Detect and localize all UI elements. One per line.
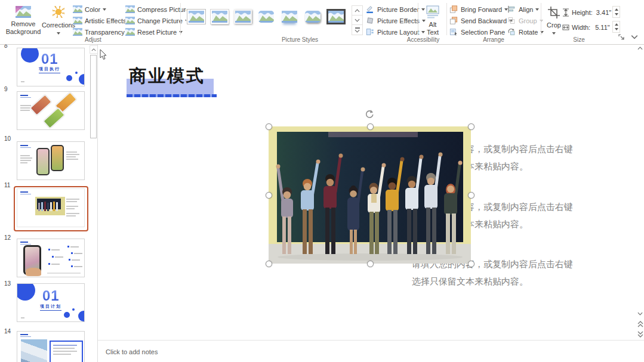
compress-pictures-button[interactable]: Compress Pictures <box>125 4 193 14</box>
chevron-down-icon <box>355 18 360 22</box>
picture-style-metal-frame[interactable] <box>326 7 346 26</box>
deco-circle <box>75 72 78 74</box>
picture-style-thumb-icon <box>187 10 205 24</box>
thumbnail-scrollbar-thumb[interactable] <box>90 55 97 138</box>
picture-style-beveled[interactable] <box>233 7 253 26</box>
double-chevron-up-icon <box>637 321 643 327</box>
resize-handle-middle-left[interactable] <box>266 192 272 199</box>
resize-handle-top-right[interactable] <box>468 123 474 130</box>
width-spinner[interactable] <box>612 21 620 33</box>
dropdown-arrow <box>552 32 556 35</box>
rotate-icon <box>507 28 516 36</box>
alt-text-icon <box>426 5 439 18</box>
spin-up-icon[interactable] <box>615 8 618 11</box>
selected-slide-border <box>14 186 88 231</box>
selected-group-photo[interactable] <box>269 126 471 264</box>
group-separator <box>180 3 181 35</box>
artistic-effects-button[interactable]: Artistic Effects <box>73 16 132 26</box>
slide-thumbnail-9[interactable] <box>17 91 85 130</box>
selection-pane-button[interactable]: Selection Pane <box>449 27 505 37</box>
chevron-up-icon <box>91 48 96 51</box>
crop-icon <box>547 6 560 19</box>
group-objects-icon <box>507 17 516 24</box>
compress-pictures-icon <box>125 5 135 13</box>
bring-forward-button[interactable]: Bring Forward <box>449 4 508 14</box>
transparency-button[interactable]: Transparency <box>73 27 131 37</box>
resize-handle-bottom-left[interactable] <box>266 261 272 267</box>
slide-thumbnail-13[interactable]: 01 项目计划 <box>17 283 85 322</box>
slide-number: 9 <box>4 86 8 92</box>
color-button[interactable]: Color <box>73 4 106 14</box>
more-bar-icon <box>355 27 360 29</box>
picture-style-thumb-icon <box>211 10 229 24</box>
slide-title[interactable]: 商业模式 <box>129 64 205 88</box>
resize-handle-top-middle[interactable] <box>367 123 374 130</box>
picture-style-simple-frame[interactable] <box>186 7 207 26</box>
slide-thumbnail-12[interactable] <box>17 239 85 277</box>
picture-layout-button[interactable]: Picture Layout <box>365 27 425 37</box>
picture-style-drop-shadow[interactable] <box>209 7 230 26</box>
slide-thumbnail-14[interactable] <box>17 331 85 362</box>
change-picture-button[interactable]: Change Picture <box>125 16 189 26</box>
picture-effects-button[interactable]: Picture Effects <box>365 16 426 26</box>
chevron-down-icon <box>637 312 643 315</box>
panel-divider[interactable] <box>97 44 98 362</box>
chevron-up-icon <box>637 47 643 50</box>
height-spinner[interactable] <box>612 6 620 18</box>
thumbnail-scroll-up-button[interactable] <box>90 45 98 54</box>
height-icon <box>562 8 569 17</box>
align-button[interactable]: Align <box>507 4 539 14</box>
scroll-down-button[interactable] <box>636 312 644 315</box>
notes-placeholder[interactable]: Click to add notes <box>106 348 158 355</box>
notes-pane-splitter[interactable] <box>98 340 644 341</box>
spin-down-icon[interactable] <box>615 13 618 16</box>
slide-thumbnail-10[interactable] <box>17 141 85 180</box>
selection-pane-icon <box>449 28 458 36</box>
accessibility-group-label: Accessibility <box>394 36 452 43</box>
spin-down-icon[interactable] <box>615 28 618 30</box>
scroll-up-button[interactable] <box>636 47 644 50</box>
hand <box>26 268 41 276</box>
resize-handle-middle-right[interactable] <box>468 192 474 199</box>
title-dashed-underline <box>127 94 217 97</box>
rotate-button[interactable]: Rotate <box>507 27 544 37</box>
dropdown-arrow <box>535 8 539 11</box>
picture-style-reflected[interactable] <box>279 7 300 26</box>
picture-style-thumb-icon <box>234 10 252 24</box>
phone-mockup <box>51 145 64 171</box>
width-value[interactable]: 5.11" <box>595 24 610 31</box>
reset-picture-icon <box>125 28 135 36</box>
size-dialog-launcher-icon[interactable] <box>618 34 625 41</box>
resize-handle-bottom-right[interactable] <box>468 261 474 267</box>
deco-circle <box>64 312 70 318</box>
group-button-disabled: Group <box>507 16 543 26</box>
gallery-more-button[interactable] <box>352 24 363 35</box>
resize-handle-bottom-middle[interactable] <box>367 261 374 267</box>
resize-handle-top-left[interactable] <box>266 123 272 130</box>
dropdown-arrow <box>179 31 183 33</box>
slide-thumbnail-8[interactable]: 01 项目执行 <box>17 48 85 86</box>
send-backward-button[interactable]: Send Backward <box>449 16 513 26</box>
spin-up-icon[interactable] <box>615 23 618 26</box>
group-separator <box>446 3 447 35</box>
collapse-ribbon-chevron-icon[interactable] <box>631 35 638 39</box>
adjust-group-label: Adjust <box>6 36 180 43</box>
picture-style-soft-edge[interactable] <box>303 7 323 26</box>
shape-width-field[interactable]: Width: 5.11" <box>562 22 610 32</box>
phone-mockup <box>29 94 53 116</box>
rotate-handle[interactable] <box>365 109 374 119</box>
height-value[interactable]: 3.41" <box>596 9 611 16</box>
picture-layout-icon <box>365 28 375 36</box>
deco-line <box>21 317 24 318</box>
deco-circle <box>79 74 85 85</box>
previous-slide-button[interactable] <box>636 321 644 327</box>
shape-height-field[interactable]: Height: 3.41" <box>562 7 611 17</box>
reset-picture-button[interactable]: Reset Picture <box>125 27 183 37</box>
thumbnail-scrollbar[interactable] <box>89 44 97 362</box>
next-slide-button[interactable] <box>636 331 644 338</box>
group-separator <box>418 3 418 35</box>
picture-style-rounded[interactable] <box>256 7 276 26</box>
picture-border-button[interactable]: Picture Border <box>365 4 425 14</box>
section-caption: 项目计划 <box>40 304 61 311</box>
size-group-label: Size <box>542 36 616 43</box>
